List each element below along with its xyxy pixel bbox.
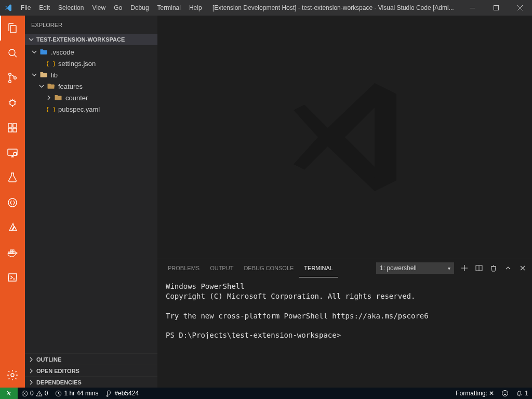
svg-point-19 [11,374,14,377]
minimize-button[interactable] [460,0,484,16]
workspace-name: TEST-EXTENSION-WORKSPACE [36,36,125,43]
menu-bar: File Edit Selection View Go Debug Termin… [17,0,206,16]
close-button[interactable] [508,0,532,16]
svg-rect-10 [13,124,17,127]
status-notifications[interactable]: 1 [512,388,532,399]
activity-remote-explorer[interactable] [0,140,25,165]
panel-close-button[interactable] [518,264,527,272]
terminal-selector-label: 1: powershell [380,264,417,272]
menu-selection[interactable]: Selection [54,0,88,16]
activity-bar [0,16,25,388]
activity-settings[interactable] [0,363,25,388]
editor-area: PROBLEMS OUTPUT DEBUG CONSOLE TERMINAL 1… [157,16,532,388]
menu-edit[interactable]: Edit [35,0,54,16]
svg-point-12 [14,152,17,155]
svg-rect-0 [470,8,475,8]
menu-debug[interactable]: Debug [126,0,153,16]
tree-row[interactable]: counter [25,92,157,103]
terminal-selector[interactable]: 1: powershell [376,262,454,274]
svg-point-13 [8,198,17,207]
panel-maximize-button[interactable] [504,264,512,272]
menu-file[interactable]: File [17,0,35,16]
svg-point-3 [9,73,11,76]
file-tree: .vscode{ }settings.jsonlibfeaturescounte… [25,45,157,353]
status-branch[interactable]: #eb5424 [102,388,142,399]
editor-watermark [157,16,532,259]
panel-tab-bar: PROBLEMS OUTPUT DEBUG CONSOLE TERMINAL 1… [157,259,532,277]
status-time[interactable]: 1 hr 44 mins [51,388,102,399]
tree-row[interactable]: features [25,81,157,92]
menu-view[interactable]: View [88,0,110,16]
svg-point-27 [502,391,508,396]
activity-source-control[interactable] [0,65,25,90]
main-area: EXPLORER TEST-EXTENSION-WORKSPACE .vscod… [0,16,532,388]
tree-label: features [58,83,83,90]
status-error-count: 0 [30,390,34,397]
activity-search[interactable] [0,41,25,65]
section-label: DEPENDENCIES [36,379,82,385]
new-terminal-button[interactable] [460,264,469,272]
svg-rect-8 [8,128,12,132]
status-branch-label: #eb5424 [114,390,139,397]
menu-go[interactable]: Go [110,0,126,16]
activity-powershell[interactable] [0,265,25,290]
svg-point-26 [107,395,109,396]
menu-terminal[interactable]: Terminal [153,0,185,16]
tree-row[interactable]: { }settings.json [25,58,157,69]
tree-row[interactable]: { }pubspec.yaml [25,103,157,115]
tree-row[interactable]: .vscode [25,46,157,58]
activity-run-debug[interactable] [0,90,25,115]
chevron-down-icon [30,48,38,56]
chevron-down-icon [37,82,46,90]
chevron-down-icon [30,71,38,79]
activity-sql[interactable] [0,190,25,215]
twist-spacer [37,105,46,113]
menu-help[interactable]: Help [185,0,206,16]
svg-point-24 [39,395,39,395]
status-feedback[interactable] [498,388,512,399]
window-controls [460,0,532,16]
svg-rect-1 [494,6,499,10]
activity-docker[interactable] [0,240,25,265]
chevron-right-icon [27,355,35,364]
tree-label: lib [51,71,58,79]
sidebar-workspace-header[interactable]: TEST-EXTENSION-WORKSPACE [25,34,157,45]
status-formatting-label: Formatting: ✕ [456,390,494,397]
svg-text:{ }: { } [47,106,55,113]
tree-row[interactable]: lib [25,69,157,81]
svg-point-6 [10,100,15,105]
svg-rect-9 [13,128,17,132]
section-label: OPEN EDITORS [36,368,79,374]
remote-indicator[interactable] [0,388,18,399]
activity-extensions[interactable] [0,115,25,140]
svg-rect-7 [8,124,12,127]
title-bar: File Edit Selection View Go Debug Termin… [0,0,532,16]
status-problems[interactable]: 0 0 [18,388,51,399]
activity-azure[interactable] [0,215,25,240]
vscode-logo-icon [4,4,12,12]
split-terminal-button[interactable] [475,264,483,272]
sidebar-section-dependencies[interactable]: DEPENDENCIES [25,376,157,388]
sidebar-section-open-editors[interactable]: OPEN EDITORS [25,365,157,376]
svg-rect-18 [12,250,14,251]
status-formatting[interactable]: Formatting: ✕ [452,388,498,399]
sidebar-section-outline[interactable]: OUTLINE [25,353,157,365]
vscode-watermark-icon [277,70,413,205]
json-icon: { } [47,59,55,68]
status-bar: 0 0 1 hr 44 mins #eb5424 Formatting: ✕ 1 [0,388,532,399]
terminal-output[interactable]: Windows PowerShell Copyright (C) Microso… [157,277,532,388]
tree-label: counter [65,94,88,102]
svg-rect-17 [10,250,12,251]
sidebar: EXPLORER TEST-EXTENSION-WORKSPACE .vscod… [25,16,157,388]
panel-tab-problems[interactable]: PROBLEMS [163,259,205,277]
tree-label: .vscode [51,48,74,56]
chevron-right-icon [45,94,53,102]
panel-tab-terminal[interactable]: TERMINAL [299,259,338,277]
panel-tab-output[interactable]: OUTPUT [205,259,238,277]
activity-explorer[interactable] [0,16,25,41]
panel-tab-debug-console[interactable]: DEBUG CONSOLE [238,259,299,277]
maximize-button[interactable] [484,0,508,16]
tree-label: settings.json [58,60,96,68]
activity-test[interactable] [0,165,25,190]
kill-terminal-button[interactable] [489,264,498,272]
